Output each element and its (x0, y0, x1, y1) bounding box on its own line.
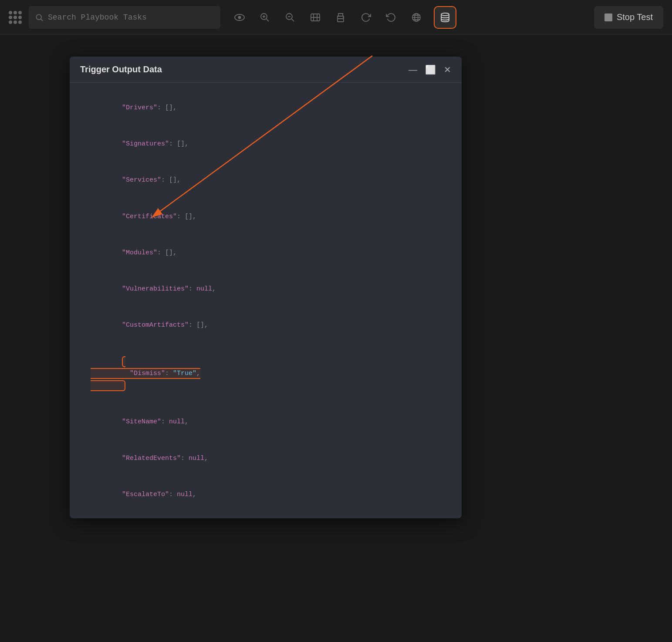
refresh-ccw-icon[interactable] (383, 10, 399, 25)
modal-maximize-button[interactable]: ⬜ (425, 65, 436, 74)
svg-rect-15 (338, 19, 344, 22)
code-sitename: "SiteName": null, (82, 404, 449, 440)
main-area: Trigger Output Data — ⬜ ✕ "Drivers": [],… (0, 35, 672, 642)
fit-screen-icon[interactable] (307, 10, 323, 25)
stop-icon (604, 14, 612, 21)
modal-close-button[interactable]: ✕ (444, 65, 451, 74)
code-signatures: "Signatures": [], (82, 126, 449, 162)
svg-line-5 (267, 19, 269, 21)
code-escalate-option: "EscalateOption": null, (82, 513, 449, 518)
svg-line-9 (292, 19, 294, 21)
stop-test-button[interactable]: Stop Test (594, 6, 663, 29)
code-drivers: "Drivers": [], (82, 90, 449, 126)
modal-body: "Drivers": [], "Signatures": [], "Servic… (70, 83, 462, 518)
dismiss-highlight: "Dismiss": "True", (91, 356, 200, 392)
trigger-output-modal: Trigger Output Data — ⬜ ✕ "Drivers": [],… (70, 57, 462, 518)
svg-point-16 (343, 17, 344, 18)
modal-minimize-button[interactable]: — (409, 65, 417, 74)
search-box (29, 6, 220, 29)
code-certificates: "Certificates": [], (82, 199, 449, 235)
svg-point-3 (238, 16, 241, 19)
toolbar-icons (227, 6, 587, 29)
code-vulnerabilities: "Vulnerabilities": null, (82, 271, 449, 307)
code-modules: "Modules": [], (82, 235, 449, 271)
zoom-in-icon[interactable] (257, 10, 273, 25)
db-icon-button[interactable] (434, 6, 456, 29)
eye-icon[interactable] (232, 10, 247, 25)
modal-title: Trigger Output Data (80, 64, 162, 74)
svg-line-1 (41, 19, 43, 21)
zoom-out-icon[interactable] (282, 10, 298, 25)
svg-point-0 (36, 14, 41, 20)
code-services: "Services": [], (82, 162, 449, 199)
modal-titlebar: Trigger Output Data — ⬜ ✕ (70, 57, 462, 83)
refresh-cw-icon[interactable] (358, 10, 374, 25)
code-related-events: "RelatedEvents": null, (82, 440, 449, 476)
toolbar: Stop Test (0, 0, 672, 35)
modal-controls: — ⬜ ✕ (409, 65, 451, 74)
code-custom-artifacts: "CustomArtifacts": [], (82, 307, 449, 344)
globe-icon[interactable] (409, 10, 424, 25)
print-icon[interactable] (333, 10, 348, 25)
code-escalate-to: "EscalateTo": null, (82, 476, 449, 513)
grid-dots-icon[interactable] (9, 11, 22, 24)
search-icon (35, 13, 44, 22)
svg-point-22 (441, 13, 449, 16)
search-input[interactable] (48, 13, 214, 22)
stop-test-label: Stop Test (617, 12, 653, 22)
code-dismiss: "Dismiss": "True", (82, 344, 449, 404)
